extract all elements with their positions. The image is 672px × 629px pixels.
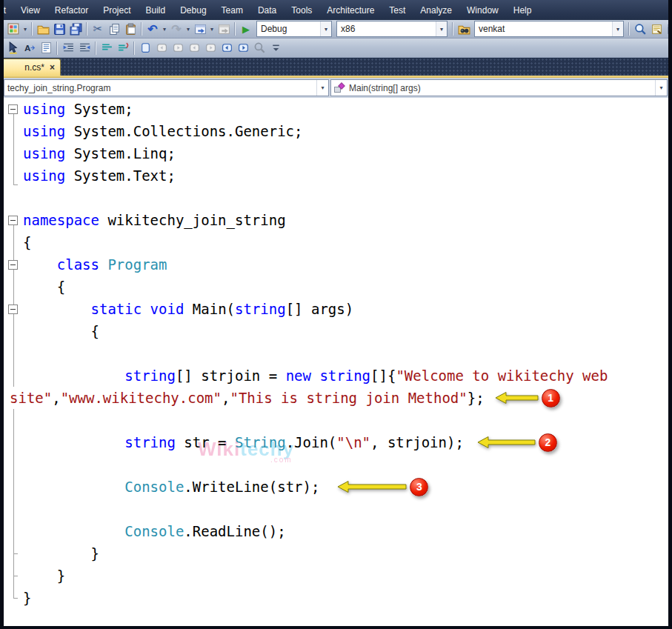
outlining-gutter [4,187,23,209]
menu-item-help[interactable]: Help [506,0,539,20]
find-in-files-icon[interactable] [456,21,472,36]
open-file-icon[interactable] [35,21,51,36]
code-line [4,453,668,476]
outlining-gutter [4,476,23,498]
code-editor[interactable]: Wikitechy.comusing System;using System.C… [4,98,668,626]
decrease-indent-icon[interactable] [60,41,76,56]
code-text: site","www.wikitechy.com","This is strin… [10,387,485,409]
navigate-window-disabled-icon[interactable] [216,21,232,36]
outlining-gutter [4,231,23,253]
menu-item-team[interactable]: Team [214,0,250,20]
annotation-arrow-icon [495,391,539,405]
annotation-arrow-icon [477,436,536,449]
code-line: Console.ReadLine(); [4,520,668,542]
convert-case-icon[interactable]: A [21,41,38,56]
navigate-window-icon[interactable] [192,21,208,36]
types-dropdown[interactable]: techy_join_string.Program ▾ [4,79,329,96]
paste-icon[interactable] [122,21,139,36]
code-text: } [23,542,99,565]
document-tab[interactable]: n.cs* × [4,59,61,76]
navigate-to-icon[interactable] [632,21,648,36]
menu-item-architecture[interactable]: Architecture [319,0,382,20]
solution-platforms-combo-value: x86 [337,24,436,34]
outlining-gutter [4,164,23,187]
save-all-icon[interactable] [67,21,84,36]
menu-item-test[interactable]: Test [382,0,413,20]
start-debug-icon[interactable]: ▶ [238,21,254,36]
outlining-gutter [4,298,23,320]
new-item-icon[interactable] [5,21,21,36]
text-editor-toolbar: A [4,39,668,58]
menu-item-window[interactable]: Window [459,0,506,20]
code-line: namespace wikitechy_join_string [4,209,668,231]
code-line: { [4,320,668,342]
outlining-gutter [4,120,23,142]
previous-bookmark-document-icon[interactable] [219,41,235,56]
outlining-gutter [4,142,23,164]
chevron-down-icon[interactable]: ▾ [436,21,447,36]
chevron-down-icon[interactable]: ▾ [316,80,328,96]
menu-item-project[interactable]: Project [96,0,138,20]
chevron-down-icon[interactable]: ▾ [320,21,331,36]
code-line: } [4,542,668,565]
undo-icon[interactable]: ↶ [144,21,161,36]
code-line [4,409,668,431]
code-text: { [23,276,65,298]
chevron-down-icon[interactable]: ▾ [612,21,623,36]
menu-item-data[interactable]: Data [250,0,284,20]
insert-snippet-pointer-icon[interactable] [5,41,21,56]
menu-item-tools[interactable]: Tools [284,0,319,20]
menu-item-analyze[interactable]: Analyze [413,0,459,20]
toolbar-separator [452,22,453,36]
members-dropdown[interactable]: Main(string[] args) ▾ [330,79,668,96]
code-text: Console.WriteLine(str); [23,476,319,498]
find-combo[interactable]: venkat▾ [474,21,624,37]
save-icon[interactable] [51,21,67,36]
comment-selection-icon[interactable] [99,41,115,56]
copy-icon[interactable] [106,21,122,36]
solution-configurations-combo[interactable]: Debug▾ [256,21,332,37]
outlining-gutter [4,520,23,542]
collapse-region-icon[interactable] [8,260,18,270]
increase-indent-icon[interactable] [76,41,93,56]
previous-bookmark-folder-icon[interactable] [186,41,202,56]
dropdown-caret-icon[interactable]: ▾ [161,21,168,36]
close-icon[interactable]: × [50,63,55,72]
chevron-down-icon[interactable]: ▾ [655,80,667,96]
navigation-bar: techy_join_string.Program ▾ Main(string[… [4,78,668,98]
menu-item-it[interactable]: it [4,0,13,20]
toolbar-overflow-icon[interactable] [267,41,284,56]
code-text: using System.Collections.Generic; [23,120,303,142]
menu-item-debug[interactable]: Debug [173,0,213,20]
collapse-region-icon[interactable] [8,104,18,114]
display-formatting-icon[interactable] [38,41,54,56]
outlining-gutter [4,453,23,476]
menu-item-build[interactable]: Build [139,0,173,20]
redo-icon[interactable]: ↷ [168,21,184,36]
next-bookmark-document-icon[interactable] [235,41,251,56]
code-line: string[] strjoin = new string[]{"Welcome… [4,365,668,387]
dropdown-caret-icon[interactable]: ▾ [208,21,216,36]
vs-window: itViewRefactorProjectBuildDebugTeamDataT… [0,0,672,629]
object-browser-icon[interactable] [665,21,668,36]
outlining-gutter [4,98,23,120]
code-text: static void Main(string[] args) [23,298,353,320]
dropdown-caret-icon[interactable]: ▾ [21,21,29,36]
dropdown-caret-icon[interactable]: ▾ [184,21,192,36]
toggle-bookmark-icon[interactable] [137,41,153,56]
collapse-region-icon[interactable] [8,304,18,314]
solution-platforms-combo[interactable]: x86▾ [336,21,448,37]
clear-bookmarks-icon[interactable] [251,41,267,56]
properties-window-icon[interactable] [648,21,665,36]
menu-item-view[interactable]: View [13,0,47,20]
next-bookmark-folder-icon[interactable] [202,41,219,56]
menu-item-refactor[interactable]: Refactor [47,0,96,20]
code-line: class Program [4,253,668,276]
previous-bookmark-icon[interactable] [153,41,170,56]
cut-icon[interactable]: ✂ [90,21,106,36]
collapse-region-icon[interactable] [8,216,18,225]
uncomment-selection-icon[interactable] [115,41,131,56]
code-text: using System.Text; [23,164,176,187]
next-bookmark-icon[interactable] [170,41,186,56]
outlining-gutter [4,253,23,276]
